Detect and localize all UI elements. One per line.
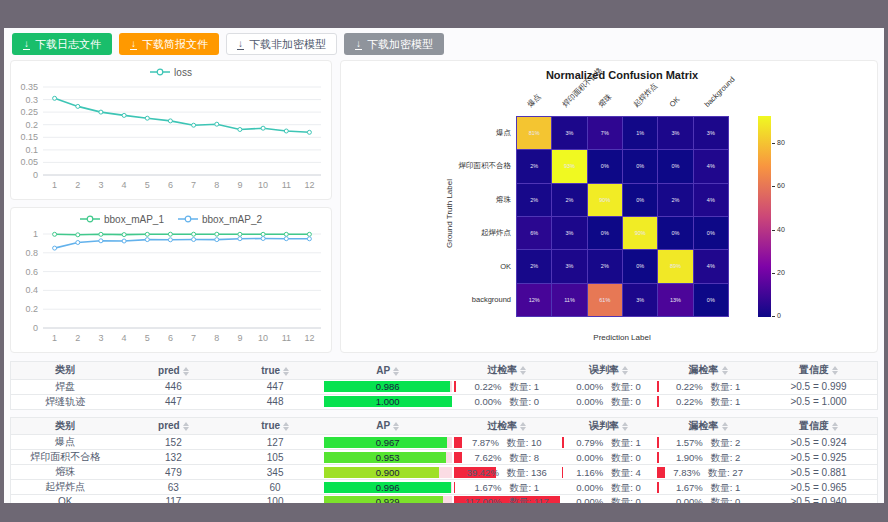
matrix-cell: 2% <box>517 150 551 182</box>
misjudge-cell: 0.00% 数量: 0 <box>562 496 655 503</box>
svg-text:0.1: 0.1 <box>25 145 38 155</box>
miss-detect-cell: 0.22% 数量: 1 <box>657 396 759 407</box>
true-count: 105 <box>228 450 323 465</box>
table-row: 爆点1521270.9677.87% 数量: 100.79% 数量: 11.57… <box>11 435 877 450</box>
svg-text:0.6: 0.6 <box>25 267 38 277</box>
column-header[interactable]: 过检率 <box>453 362 561 379</box>
svg-text:3: 3 <box>98 180 103 190</box>
sort-caret[interactable] <box>722 422 728 431</box>
column-header[interactable]: 误判率 <box>561 418 656 435</box>
matrix-col-label: 爆点 <box>524 90 545 111</box>
class-name: 熔珠 <box>11 465 119 480</box>
colorbar-tick <box>772 186 775 187</box>
sort-caret[interactable] <box>722 366 728 375</box>
download-log-button[interactable]: ↓ 下载日志文件 <box>12 33 112 55</box>
pred-count: 117 <box>119 495 227 504</box>
sort-caret[interactable] <box>283 367 289 376</box>
column-header[interactable]: 置信度 <box>760 362 877 379</box>
confusion-matrix-card: Normalized Confusion MatrixGround Truth … <box>340 60 878 353</box>
pred-count: 63 <box>119 480 227 495</box>
svg-text:11: 11 <box>282 333 291 343</box>
colorbar <box>758 116 771 317</box>
svg-text:8: 8 <box>214 180 219 190</box>
legend-label: bbox_mAP_2 <box>202 214 262 225</box>
sort-caret[interactable] <box>183 367 189 376</box>
map-chart-card: bbox_mAP_1bbox_mAP_2 00.20.40.60.8112345… <box>10 207 332 353</box>
svg-text:1: 1 <box>52 180 57 190</box>
matrix-cell: 0% <box>694 284 728 316</box>
true-count: 100 <box>228 495 323 504</box>
matrix-ylabel: Ground Truth Label <box>445 154 454 274</box>
legend-line-icon <box>178 214 198 224</box>
column-header[interactable]: 置信度 <box>760 418 877 435</box>
matrix-cell: 81% <box>517 117 551 149</box>
svg-text:1: 1 <box>33 229 38 239</box>
colorbar-tick <box>772 316 775 317</box>
matrix-cell: 3% <box>623 284 657 316</box>
ap-cell: 0.929 <box>324 496 452 503</box>
column-header[interactable]: 误判率 <box>561 362 656 379</box>
legend-item-bbox_mAP_1[interactable]: bbox_mAP_1 <box>80 214 164 225</box>
sort-caret[interactable] <box>520 366 526 375</box>
matrix-cell: 0% <box>623 250 657 282</box>
misjudge-cell: 0.00% 数量: 0 <box>562 396 655 407</box>
svg-text:0.2: 0.2 <box>25 120 38 130</box>
svg-text:4: 4 <box>122 333 127 343</box>
class-name: OK <box>11 495 119 504</box>
sort-caret[interactable] <box>393 367 399 376</box>
matrix-row-label: OK <box>399 262 511 271</box>
sort-caret[interactable] <box>183 422 189 431</box>
download-unencrypted-model-button[interactable]: ↓ 下载非加密模型 <box>226 33 337 55</box>
download-report-button[interactable]: ↓ 下载简报文件 <box>119 33 219 55</box>
sort-caret[interactable] <box>622 366 628 375</box>
column-header[interactable]: 漏检率 <box>656 418 760 435</box>
download-icon: ↓ <box>355 39 362 50</box>
miss-detect-cell: 1.67% 数量: 1 <box>657 482 759 493</box>
sort-caret[interactable] <box>832 366 838 375</box>
matrix-xlabel: Prediction Label <box>446 333 798 342</box>
legend-item-bbox_mAP_2[interactable]: bbox_mAP_2 <box>178 214 262 225</box>
matrix-cell: 6% <box>517 217 551 249</box>
column-header[interactable]: 过检率 <box>453 418 561 435</box>
pred-count: 446 <box>119 379 227 394</box>
column-header[interactable]: true <box>228 362 323 379</box>
button-label: 下载简报文件 <box>142 37 208 52</box>
column-header[interactable]: AP <box>323 418 453 435</box>
matrix-cell: 2% <box>588 250 622 282</box>
over-detect-cell: 0.00% 数量: 0 <box>454 396 560 407</box>
sort-caret[interactable] <box>832 422 838 431</box>
sort-caret[interactable] <box>283 422 289 431</box>
svg-text:2: 2 <box>75 180 80 190</box>
matrix-cell: 90% <box>588 184 622 216</box>
column-header[interactable]: 漏检率 <box>656 362 760 379</box>
sort-caret[interactable] <box>393 422 399 431</box>
matrix-row-label: 起焊炸点 <box>399 228 511 238</box>
true-count: 127 <box>228 435 323 450</box>
matrix-row-label: background <box>399 295 511 304</box>
matrix-cell: 0% <box>658 150 692 182</box>
svg-text:10: 10 <box>258 333 268 343</box>
column-header: 类别 <box>11 418 119 435</box>
svg-text:12: 12 <box>304 180 314 190</box>
metrics-tables: 类别predtrueAP过检率误判率漏检率置信度焊盘4464470.9860.2… <box>10 361 878 503</box>
svg-text:5: 5 <box>145 333 150 343</box>
sort-caret[interactable] <box>520 422 526 431</box>
confidence: >0.5 = 0.925 <box>760 450 877 465</box>
sort-caret[interactable] <box>622 422 628 431</box>
matrix-col-label: OK <box>666 93 684 111</box>
column-header[interactable]: pred <box>119 418 227 435</box>
column-header[interactable]: AP <box>323 362 453 379</box>
svg-text:0.35: 0.35 <box>20 82 38 92</box>
column-header[interactable]: pred <box>119 362 227 379</box>
column-header[interactable]: true <box>228 418 323 435</box>
toolbar: ↓ 下载日志文件 ↓ 下载简报文件 ↓ 下载非加密模型 ↓ 下载加密模型 <box>12 33 444 55</box>
over-detect-cell: 7.87% 数量: 10 <box>454 437 560 448</box>
map-chart-legend: bbox_mAP_1bbox_mAP_2 <box>11 208 331 226</box>
legend-item-loss[interactable]: loss <box>150 67 192 78</box>
loss-chart-legend: loss <box>11 61 331 79</box>
miss-detect-cell: 1.57% 数量: 2 <box>657 437 759 448</box>
download-encrypted-model-button[interactable]: ↓ 下载加密模型 <box>344 33 444 55</box>
legend-line-icon <box>80 214 100 224</box>
svg-text:0.25: 0.25 <box>20 107 38 117</box>
colorbar-tick-label: 40 <box>777 226 785 233</box>
